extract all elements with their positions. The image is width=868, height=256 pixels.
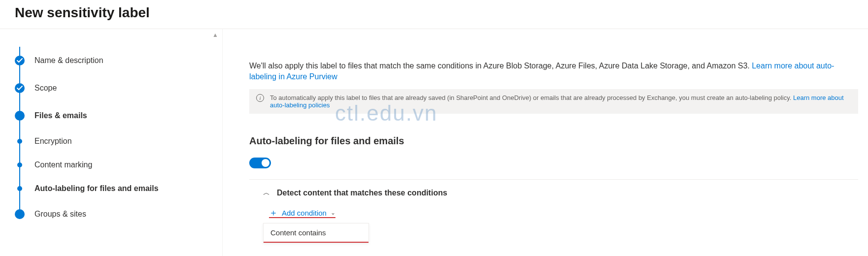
step-label: Groups & sites <box>34 210 86 219</box>
scroll-up-icon[interactable]: ▲ <box>212 32 220 37</box>
wizard-sidebar: ▲ Name & description Scope Files & email… <box>0 29 223 256</box>
info-icon: i <box>256 94 264 102</box>
current-step-marker-icon <box>15 111 25 121</box>
conditions-section-header[interactable]: ︿ Detect content that matches these cond… <box>263 189 858 197</box>
checkmark-icon <box>15 56 25 65</box>
chevron-down-icon: ⌄ <box>331 209 335 216</box>
page-root: { "header": { "title": "New sensitivity … <box>0 0 868 256</box>
section-rule <box>249 179 858 180</box>
substep-marker-icon <box>17 162 22 167</box>
intro-paragraph: We'll also apply this label to files tha… <box>249 61 858 82</box>
substep-marker-icon <box>17 139 22 144</box>
info-message-bar: i To automatically apply this label to f… <box>249 89 858 114</box>
step-label: Name & description <box>34 56 103 65</box>
step-auto-labeling[interactable]: Auto-labeling for files and emails <box>15 177 222 200</box>
plus-icon: ＋ <box>269 208 278 217</box>
auto-labeling-heading: Auto-labeling for files and emails <box>249 135 858 147</box>
intro-text: We'll also apply this label to files tha… <box>249 62 752 70</box>
step-encryption[interactable]: Encryption <box>15 129 222 153</box>
step-content-marking[interactable]: Content marking <box>15 153 222 177</box>
step-scope[interactable]: Scope <box>15 74 222 102</box>
clipped-intro: Learn more about auto-labeling for Micro… <box>249 45 858 58</box>
step-name-description[interactable]: Name & description <box>15 47 222 74</box>
step-label: Scope <box>34 84 57 93</box>
add-condition-dropdown: Content contains <box>263 223 369 243</box>
step-label: Encryption <box>34 137 72 146</box>
dropdown-option-content-contains[interactable]: Content contains <box>264 224 368 243</box>
chevron-up-icon: ︿ <box>263 189 270 197</box>
main-panel: Learn more about auto-labeling for Micro… <box>223 29 868 256</box>
auto-labeling-toggle[interactable] <box>249 158 271 168</box>
page-header: New sensitivity label <box>0 0 868 29</box>
info-text: To automatically apply this label to fil… <box>270 94 793 101</box>
conditions-title: Detect content that matches these condit… <box>277 189 447 197</box>
step-label: Auto-labeling for files and emails <box>34 184 159 193</box>
checkmark-icon <box>15 83 25 93</box>
add-condition-button[interactable]: ＋ Add condition ⌄ <box>269 208 335 218</box>
content-row: ▲ Name & description Scope Files & email… <box>0 29 868 256</box>
step-label: Content marking <box>34 160 92 169</box>
add-condition-label: Add condition <box>282 209 327 217</box>
step-groups-sites[interactable]: Groups & sites <box>15 200 222 228</box>
substep-marker-icon <box>17 186 22 191</box>
page-title: New sensitivity label <box>15 4 853 22</box>
step-label: Files & emails <box>34 111 87 120</box>
step-files-emails[interactable]: Files & emails <box>15 102 222 129</box>
future-step-marker-icon <box>15 209 25 219</box>
toggle-knob-icon <box>262 159 269 167</box>
